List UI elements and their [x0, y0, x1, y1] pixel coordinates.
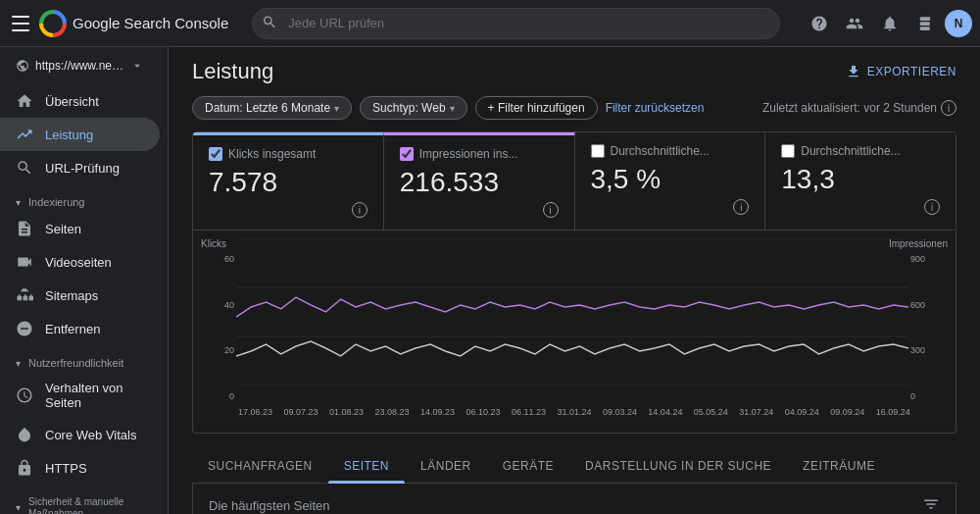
tab-darstellung[interactable]: DARSTELLUNG IN DER SUCHE — [569, 449, 787, 483]
metric-checkbox-impressionen[interactable] — [400, 147, 414, 161]
metric-label: Durchschnittliche... — [591, 144, 750, 158]
main-content: Leistung EXPORTIEREN Datum: Letzte 6 Mon… — [169, 47, 980, 514]
app-logo: Google Search Console — [39, 10, 228, 37]
notifications-icon[interactable] — [874, 8, 906, 39]
metric-card-position[interactable]: Durchschnittliche... 13,3 i — [765, 132, 956, 230]
topbar-icon-group: N — [804, 8, 972, 39]
sitemap-icon — [16, 286, 33, 304]
chip-arrow-icon: ▾ — [334, 103, 339, 114]
search-icon — [262, 14, 277, 32]
chart-svg-area — [236, 238, 908, 405]
table-header-label: Die häufigsten Seiten — [209, 498, 330, 513]
sidebar-item-url-pruefung[interactable]: URL-Prüfung — [0, 151, 160, 184]
search-input[interactable] — [252, 8, 780, 39]
metric-info: i — [209, 202, 368, 218]
chevron-down-icon — [130, 59, 144, 73]
main-layout: https://www.news-a... Übersicht Leistung… — [0, 47, 980, 514]
metric-label: Klicks insgesamt — [209, 147, 368, 161]
metric-info-icon[interactable]: i — [924, 199, 940, 215]
user-avatar[interactable]: N — [945, 10, 972, 37]
metric-info: i — [781, 199, 940, 215]
section-header-indexierung[interactable]: ▾ Indexierung — [0, 184, 168, 212]
table-toolbar: Die häufigsten Seiten — [193, 484, 956, 514]
date-filter-label: Datum: Letzte 6 Monate — [205, 101, 330, 115]
site-url-selector[interactable]: https://www.news-a... — [0, 51, 160, 80]
filter-bar: Datum: Letzte 6 Monate ▾ Suchtyp: Web ▾ … — [169, 92, 980, 131]
date-filter-chip[interactable]: Datum: Letzte 6 Monate ▾ — [192, 96, 352, 120]
sidebar-item-label: Seiten — [45, 222, 81, 236]
sidebar-item-label: Videoseiten — [45, 255, 112, 270]
section-header-sicherheit[interactable]: ▾ Sicherheit & manuelle Maßnahmen — [0, 485, 168, 514]
section-arrow-icon: ▾ — [16, 358, 21, 369]
tab-seiten[interactable]: SEITEN — [328, 449, 405, 483]
home-icon — [16, 92, 33, 110]
performance-chart — [236, 238, 908, 386]
add-filter-button[interactable]: + Filter hinzufügen — [475, 96, 598, 120]
metric-label: Durchschnittliche... — [781, 144, 940, 158]
export-icon — [846, 64, 861, 79]
sidebar-item-overview[interactable]: Übersicht — [0, 84, 160, 118]
sidebar-item-label: URL-Prüfung — [45, 161, 120, 176]
metric-value-klicks: 7.578 — [209, 167, 368, 198]
table-section: Die häufigsten Seiten ↓ Klicks Impressio… — [192, 484, 956, 514]
search-bar[interactable] — [252, 8, 780, 39]
sidebar: https://www.news-a... Übersicht Leistung… — [0, 47, 169, 514]
metric-card-impressionen[interactable]: Impressionen ins... 216.533 i — [384, 132, 575, 230]
metric-card-ctr[interactable]: Durchschnittliche... 3,5 % i — [575, 132, 766, 230]
apps-icon[interactable] — [909, 8, 941, 39]
sidebar-item-label: Leistung — [45, 128, 93, 142]
chip-arrow-icon: ▾ — [450, 103, 455, 114]
chart-container: Klicks Impressionen 60 40 20 0 — [192, 231, 956, 434]
tab-laender[interactable]: LÄNDER — [405, 449, 487, 483]
export-label: EXPORTIEREN — [867, 65, 956, 78]
metric-info-icon[interactable]: i — [543, 202, 559, 218]
sidebar-item-sitemaps[interactable]: Sitemaps — [0, 279, 160, 312]
google-logo-icon — [39, 10, 67, 37]
content-header: Leistung EXPORTIEREN — [169, 47, 980, 92]
menu-icon[interactable] — [8, 12, 31, 35]
vitals-icon — [16, 426, 33, 443]
metric-info-icon[interactable]: i — [352, 202, 368, 218]
metric-info: i — [591, 199, 750, 215]
table-filter-icon[interactable] — [922, 495, 940, 514]
search-type-label: Suchtyp: Web — [372, 101, 445, 115]
search-type-filter-chip[interactable]: Suchtyp: Web ▾ — [360, 96, 466, 120]
sidebar-item-https[interactable]: HTTPS — [0, 451, 160, 485]
reset-filter-button[interactable]: Filter zurücksetzen — [606, 101, 705, 115]
people-icon[interactable] — [839, 8, 870, 39]
section-header-nutzer[interactable]: ▾ Nutzerfreundlichkeit — [0, 345, 168, 373]
topbar: Google Search Console — [0, 0, 980, 47]
sidebar-item-leistung[interactable]: Leistung — [0, 118, 160, 151]
sidebar-item-label: Verhalten von Seiten — [45, 381, 144, 410]
sidebar-item-verhalten[interactable]: Verhalten von Seiten — [0, 373, 160, 418]
metric-value-impressionen: 216.533 — [400, 167, 559, 198]
trending-up-icon — [16, 126, 33, 143]
metric-value-position: 13,3 — [781, 164, 940, 195]
sidebar-item-videoseiten[interactable]: Videoseiten — [0, 245, 160, 279]
metric-info-icon[interactable]: i — [733, 199, 749, 215]
y-axis-left: 60 40 20 0 — [209, 238, 236, 405]
sidebar-item-label: Übersicht — [45, 94, 99, 109]
updated-info-icon[interactable]: i — [941, 100, 956, 116]
metric-checkbox-position[interactable] — [781, 144, 795, 158]
sidebar-item-seiten[interactable]: Seiten — [0, 212, 160, 245]
page-title: Leistung — [192, 59, 273, 84]
metrics-row: Klicks insgesamt 7.578 i Impressionen in… — [192, 131, 956, 231]
y-axis-right: 900 600 300 0 — [908, 238, 940, 405]
metric-info: i — [400, 202, 559, 218]
tab-geraete[interactable]: GERÄTE — [487, 449, 569, 483]
metric-card-klicks[interactable]: Klicks insgesamt 7.578 i — [193, 132, 384, 230]
app-title: Google Search Console — [73, 15, 228, 31]
metric-checkbox-ctr[interactable] — [591, 144, 605, 158]
metric-checkbox-klicks[interactable] — [209, 147, 222, 161]
tab-suchanfragen[interactable]: SUCHANFRAGEN — [192, 449, 328, 483]
sidebar-item-entfernen[interactable]: Entfernen — [0, 312, 160, 345]
section-label: Sicherheit & manuelle Maßnahmen — [28, 496, 152, 514]
last-updated-label: Zuletzt aktualisiert: vor 2 Stunden i — [762, 100, 956, 116]
tab-zeitraeume[interactable]: ZEITRÄUME — [787, 449, 891, 483]
sidebar-item-core-web-vitals[interactable]: Core Web Vitals — [0, 418, 160, 451]
help-icon[interactable] — [804, 8, 835, 39]
section-label: Nutzerfreundlichkeit — [28, 357, 123, 369]
export-button[interactable]: EXPORTIEREN — [846, 64, 956, 79]
sidebar-item-label: Entfernen — [45, 322, 100, 336]
